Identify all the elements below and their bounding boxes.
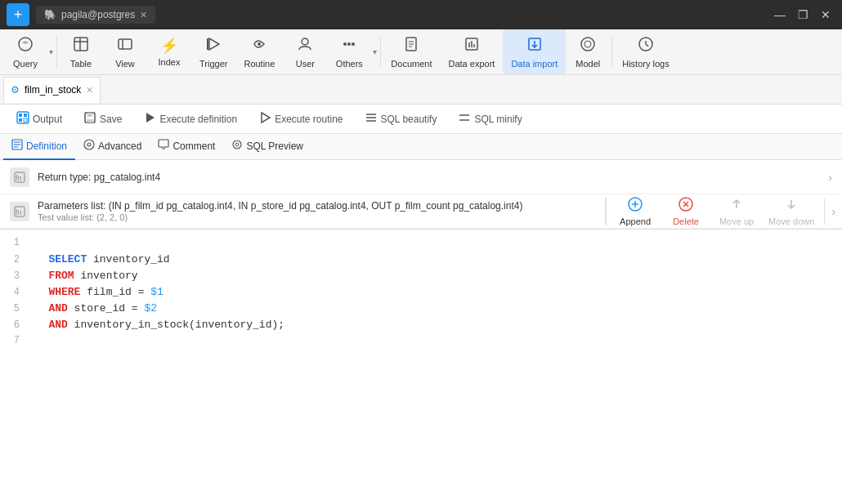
save-button[interactable]: Save: [74, 108, 132, 131]
file-tab[interactable]: ⚙ film_in_stock ✕: [3, 77, 101, 103]
sql-line-2: 2 SELECT inventory_id: [0, 252, 842, 269]
query-label: Query: [13, 59, 38, 69]
return-type-chevron[interactable]: ›: [828, 171, 832, 184]
svg-text:fn: fn: [16, 174, 22, 182]
move-up-icon: [729, 197, 744, 215]
toolbar-data-import[interactable]: Data import: [503, 29, 566, 74]
maximize-button[interactable]: ❐: [793, 5, 813, 25]
svg-point-47: [235, 143, 239, 146]
parameters-chevron[interactable]: ›: [825, 205, 842, 218]
tab-sql-preview[interactable]: SQL Preview: [223, 134, 311, 160]
minimize-button[interactable]: —: [770, 5, 790, 25]
execute-definition-label: Execute definition: [159, 114, 237, 125]
sep2: [380, 36, 381, 68]
model-icon: [580, 36, 596, 56]
toolbar-user[interactable]: User: [283, 29, 327, 74]
new-tab-button[interactable]: +: [7, 3, 29, 26]
toolbar-others[interactable]: Others: [327, 33, 371, 72]
svg-text:fn: fn: [16, 208, 22, 216]
view-label: View: [115, 59, 135, 69]
tab-comment[interactable]: Comment: [150, 134, 223, 160]
execute-routine-button[interactable]: Execute routine: [249, 108, 352, 131]
line-num-2: 2: [0, 254, 29, 265]
file-tab-label: film_in_stock: [25, 84, 81, 96]
return-type-value: Return type: pg_catalog.int4: [38, 172, 160, 183]
test-value-text: Test value list: (2, 2, 0): [38, 212, 598, 222]
file-tab-icon: ⚙: [11, 84, 20, 96]
toolbar-table[interactable]: Table: [59, 29, 103, 74]
line-num-1: 1: [0, 237, 29, 248]
svg-rect-4: [119, 39, 132, 49]
others-toolbar-group: Others ▾: [327, 29, 378, 74]
definition-panel: fn Return type: pg_catalog.int4 › fn Par…: [0, 160, 842, 230]
kw-select: SELECT: [48, 253, 87, 265]
model-label: Model: [576, 59, 600, 69]
delete-icon: [679, 197, 693, 215]
line-num-6: 6: [0, 319, 29, 331]
others-arrow[interactable]: ▾: [371, 47, 378, 56]
toolbar-model[interactable]: Model: [566, 29, 610, 74]
return-type-text: Return type: pg_catalog.int4: [38, 172, 828, 183]
toolbar-view[interactable]: View: [103, 29, 147, 74]
others-label: Others: [336, 59, 363, 69]
tab-comment-label: Comment: [172, 140, 215, 152]
toolbar-index[interactable]: ⚡ Index: [147, 29, 191, 74]
data-export-icon: [464, 36, 480, 56]
query-arrow[interactable]: ▾: [47, 47, 55, 56]
sql-beautify-button[interactable]: SQL beautify: [355, 108, 447, 131]
svg-marker-33: [262, 113, 270, 123]
svg-rect-26: [19, 114, 22, 117]
svg-point-12: [352, 42, 355, 46]
svg-marker-6: [209, 38, 219, 50]
document-icon: [403, 36, 419, 56]
definition-tab-bar: Definition Advanced Comment SQL Preview: [0, 134, 842, 160]
close-window-button[interactable]: ✕: [816, 5, 835, 25]
svg-point-22: [581, 38, 594, 51]
history-icon: [638, 36, 654, 56]
param-2: $2: [144, 302, 157, 314]
parameters-value: Parameters list: (IN p_film_id pg_catalo…: [38, 200, 598, 212]
sql-editor[interactable]: 1 2 SELECT inventory_id 3 FROM inventory…: [0, 230, 842, 504]
save-icon: [83, 111, 96, 127]
kw-from: FROM: [48, 270, 74, 282]
file-tab-close[interactable]: ✕: [86, 85, 93, 96]
svg-rect-27: [24, 114, 27, 117]
kw-and-1: AND: [48, 302, 67, 314]
sql-line-4: 4 WHERE film_id = $1: [0, 285, 842, 301]
parameter-actions: Append Delete Move up: [605, 197, 842, 226]
kw-where: WHERE: [48, 286, 80, 298]
output-button[interactable]: Output: [7, 108, 72, 131]
query-toolbar-group: Query ▾: [3, 29, 55, 74]
db-icon: 🐘: [44, 9, 56, 20]
toolbar-history-logs[interactable]: History logs: [614, 29, 677, 74]
toolbar-routine[interactable]: Routine: [235, 29, 283, 74]
toolbar-query[interactable]: Query: [3, 33, 47, 72]
line-content-5: AND store_id = $2: [29, 302, 157, 314]
sql-preview-tab-icon: [231, 139, 243, 153]
move-up-button[interactable]: Move up: [718, 197, 755, 226]
table-label: Table: [70, 59, 92, 69]
tab-close-button[interactable]: ✕: [140, 10, 147, 20]
view-icon: [117, 36, 133, 56]
move-down-button[interactable]: Move down: [768, 197, 814, 226]
others-icon: [341, 36, 357, 56]
advanced-tab-icon: [83, 139, 95, 153]
execute-definition-button[interactable]: Execute definition: [133, 108, 247, 131]
sql-minify-button[interactable]: SQL minify: [448, 108, 531, 131]
sql-line-7: 7: [0, 334, 842, 350]
tab-definition[interactable]: Definition: [3, 134, 75, 160]
history-logs-label: History logs: [622, 59, 669, 69]
execute-def-icon: [143, 111, 156, 127]
svg-marker-32: [146, 113, 155, 123]
toolbar-document[interactable]: Document: [383, 29, 440, 74]
data-export-label: Data export: [449, 59, 495, 69]
line-num-3: 3: [0, 270, 29, 282]
toolbar-data-export[interactable]: Data export: [441, 29, 504, 74]
param-1: $1: [150, 286, 163, 298]
append-button[interactable]: Append: [616, 197, 654, 226]
svg-point-8: [258, 42, 261, 46]
delete-button[interactable]: Delete: [667, 197, 705, 226]
toolbar-trigger[interactable]: Trigger: [191, 29, 235, 74]
return-type-icon: fn: [10, 167, 29, 187]
tab-advanced[interactable]: Advanced: [75, 134, 150, 160]
